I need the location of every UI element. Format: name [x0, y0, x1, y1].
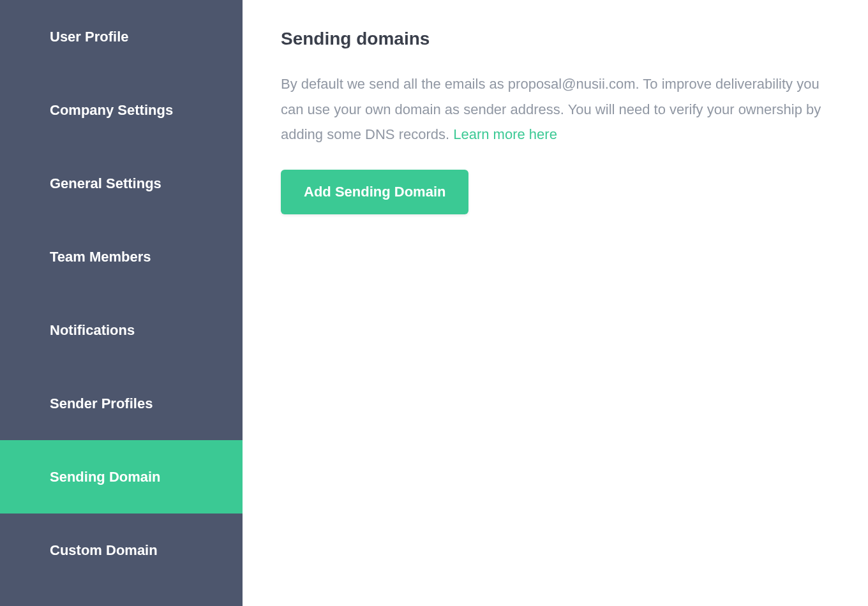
sidebar-item-label: Company Settings: [50, 102, 173, 119]
sidebar-item-notifications[interactable]: Notifications: [0, 293, 243, 367]
sidebar-item-label: Team Members: [50, 249, 151, 265]
page-title: Sending domains: [281, 29, 830, 49]
sidebar-item-label: General Settings: [50, 175, 161, 192]
main-content: Sending domains By default we send all t…: [243, 0, 868, 606]
sidebar-item-user-profile[interactable]: User Profile: [0, 0, 243, 73]
sidebar-item-sender-profiles[interactable]: Sender Profiles: [0, 367, 243, 440]
sidebar-item-sending-domain[interactable]: Sending Domain: [0, 440, 243, 514]
settings-sidebar: User Profile Company Settings General Se…: [0, 0, 243, 606]
sidebar-item-general-settings[interactable]: General Settings: [0, 147, 243, 220]
sidebar-item-company-settings[interactable]: Company Settings: [0, 73, 243, 147]
learn-more-link[interactable]: Learn more here: [453, 126, 557, 142]
sidebar-item-label: Notifications: [50, 322, 135, 339]
page-description: By default we send all the emails as pro…: [281, 71, 823, 147]
sidebar-item-label: User Profile: [50, 29, 129, 45]
sidebar-item-label: Sending Domain: [50, 469, 161, 485]
sidebar-item-custom-domain[interactable]: Custom Domain: [0, 514, 243, 587]
sidebar-item-label: Custom Domain: [50, 542, 158, 559]
add-sending-domain-button[interactable]: Add Sending Domain: [281, 170, 468, 214]
sidebar-item-label: Sender Profiles: [50, 395, 153, 412]
sidebar-item-team-members[interactable]: Team Members: [0, 220, 243, 293]
